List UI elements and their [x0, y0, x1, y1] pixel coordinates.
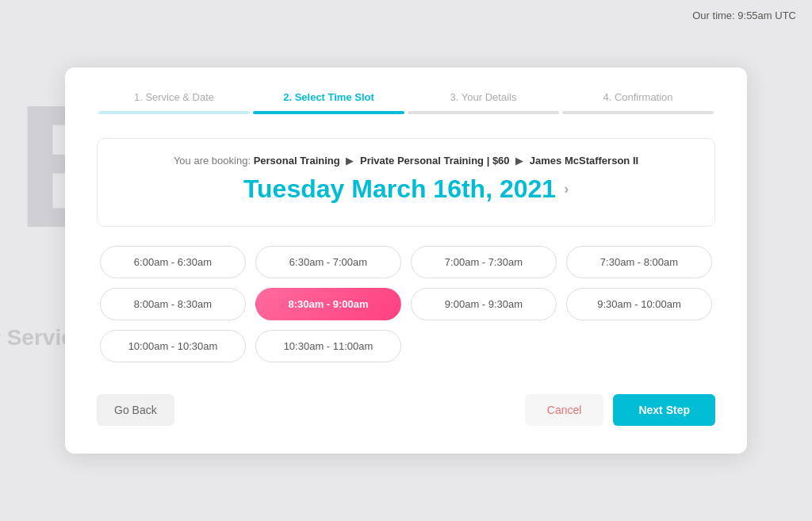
footer-right-buttons: Cancel Next Step	[525, 394, 715, 426]
progress-segment-2	[253, 111, 404, 114]
date-forward-icon[interactable]: ›	[564, 181, 569, 197]
booking-summary: You are booking: Personal Training ▶ Pri…	[121, 155, 691, 167]
step-3: 3. Your Details	[406, 91, 561, 111]
time-slot-5[interactable]: 8:00am - 8:30am	[100, 288, 246, 320]
progress-bar	[97, 111, 715, 114]
time-slot-4[interactable]: 7:30am - 8:00am	[566, 246, 712, 278]
cancel-button[interactable]: Cancel	[525, 394, 604, 426]
progress-segment-3	[408, 111, 559, 114]
progress-segment-1	[98, 111, 250, 114]
arrow-icon-2: ▶	[515, 155, 523, 167]
footer-buttons: Go Back Cancel Next Step	[97, 394, 715, 426]
step-labels: 1. Service & Date 2. Select Time Slot 3.…	[97, 91, 715, 111]
time-slot-7[interactable]: 9:00am - 9:30am	[411, 288, 557, 320]
time-slot-1[interactable]: 6:00am - 6:30am	[100, 246, 246, 278]
next-step-button[interactable]: Next Step	[613, 394, 715, 426]
step-4-label: 4. Confirmation	[603, 91, 672, 103]
time-slot-6[interactable]: 8:30am - 9:00am	[255, 288, 401, 320]
time-slot-8[interactable]: 9:30am - 10:00am	[566, 288, 712, 320]
step-2-label: 2. Select Time Slot	[283, 91, 374, 103]
step-2: 2. Select Time Slot	[251, 91, 406, 111]
booking-date: Tuesday March 16th, 2021 ›	[121, 174, 691, 204]
step-1-label: 1. Service & Date	[134, 91, 214, 103]
booking-info-card: You are booking: Personal Training ▶ Pri…	[97, 138, 715, 227]
time-slot-3[interactable]: 7:00am - 7:30am	[411, 246, 557, 278]
arrow-icon-1: ▶	[346, 155, 354, 167]
step-3-label: 3. Your Details	[450, 91, 517, 103]
time-display: Our time: 9:55am UTC	[692, 10, 796, 21]
go-back-button[interactable]: Go Back	[97, 394, 174, 426]
booking-modal: 1. Service & Date 2. Select Time Slot 3.…	[65, 67, 747, 454]
time-slot-10[interactable]: 10:30am - 11:00am	[255, 330, 401, 362]
step-1: 1. Service & Date	[97, 91, 251, 111]
time-slots-grid: 6:00am - 6:30am 6:30am - 7:00am 7:00am -…	[97, 246, 715, 362]
progress-segment-4	[562, 111, 714, 114]
step-4: 4. Confirmation	[561, 91, 715, 111]
time-slot-9[interactable]: 10:00am - 10:30am	[100, 330, 246, 362]
time-slot-2[interactable]: 6:30am - 7:00am	[255, 246, 401, 278]
